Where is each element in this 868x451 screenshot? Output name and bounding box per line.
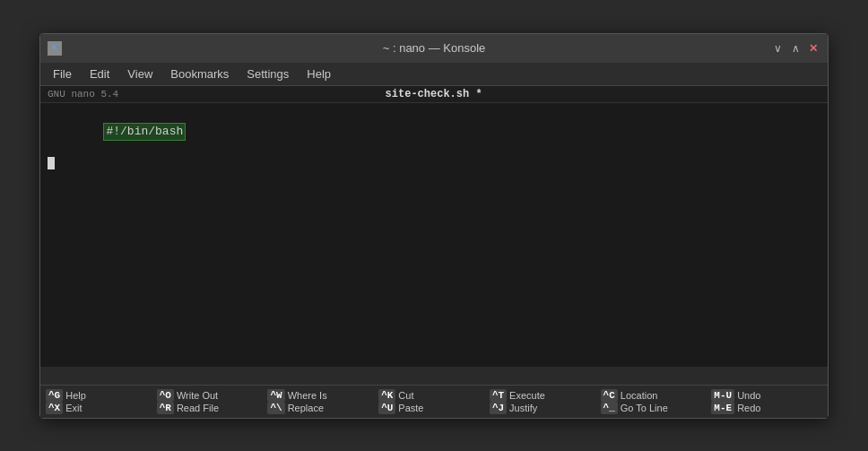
shortcut-key-c: ^C — [601, 389, 618, 402]
shortcut-exit: ^X Exit — [46, 402, 157, 414]
shortcut-key-r: ^R — [157, 402, 174, 414]
shortcut-replace: ^\ Replace — [267, 402, 378, 414]
shortcut-label-readfile: Read File — [177, 403, 219, 413]
shortcut-cut: ^K Cut — [378, 389, 490, 402]
status-bar — [40, 367, 828, 385]
menu-view[interactable]: View — [120, 65, 160, 82]
shortcut-label-undo: Undo — [737, 390, 760, 401]
shortcut-row-1: ^G Help ^O Write Out ^W Where Is ^K Cut … — [46, 389, 822, 402]
shortcut-execute: ^T Execute — [490, 389, 601, 402]
shortcut-label-replace: Replace — [288, 403, 324, 413]
konsole-window: K ~ : nano — Konsole ∨ ∧ ✕ File Edit Vie… — [39, 33, 829, 419]
shortcut-label-justify: Justify — [509, 403, 537, 413]
shortcut-label-whereis: Where Is — [288, 390, 327, 401]
menu-settings[interactable]: Settings — [239, 65, 296, 82]
highlighted-text: #!/bin/bash — [103, 123, 186, 141]
shortcut-writeout: ^O Write Out — [157, 389, 268, 402]
shortcut-location: ^C Location — [601, 389, 712, 402]
title-bar: K ~ : nano — Konsole ∨ ∧ ✕ — [40, 34, 828, 63]
shortcut-label-cut: Cut — [398, 390, 413, 401]
shortcut-paste: ^U Paste — [378, 402, 490, 414]
shortcut-key-j: ^J — [490, 402, 507, 414]
shortcut-gotoline: ^_ Go To Line — [601, 402, 712, 414]
shortcut-whereis: ^W Where Is — [267, 389, 378, 402]
menu-bookmarks[interactable]: Bookmarks — [163, 65, 236, 82]
text-cursor — [48, 157, 55, 169]
shortcut-redo: M-E Redo — [711, 402, 822, 414]
shortcut-key-u: ^U — [378, 402, 395, 414]
shortcut-key-t: ^T — [490, 389, 507, 402]
shortcut-readfile: ^R Read File — [157, 402, 268, 414]
shortcut-key-underscore: ^_ — [601, 402, 618, 414]
editor-area: GNU nano 5.4 site-check.sh * #!/bin/bash… — [40, 86, 828, 418]
menu-bar: File Edit View Bookmarks Settings Help — [40, 63, 828, 86]
window-title: ~ : nano — Konsole — [383, 41, 486, 55]
shortcut-key-w: ^W — [267, 389, 284, 402]
shortcut-label-exit: Exit — [65, 403, 82, 413]
menu-file[interactable]: File — [46, 65, 79, 82]
shortcut-key-k: ^K — [378, 389, 395, 402]
shortcut-key-mu: M-U — [711, 389, 734, 402]
maximize-button[interactable]: ∧ — [788, 41, 803, 56]
nano-filename: site-check.sh * — [118, 88, 749, 100]
shortcut-key-x: ^X — [46, 402, 63, 414]
shortcut-label-location: Location — [621, 390, 658, 401]
editor-line-1: #!/bin/bash — [48, 107, 820, 157]
shortcut-label-gotoline: Go To Line — [621, 403, 668, 413]
shortcut-justify: ^J Justify — [490, 402, 601, 414]
nano-header: GNU nano 5.4 site-check.sh * — [40, 86, 828, 103]
menu-help[interactable]: Help — [299, 65, 338, 82]
title-bar-left: K — [48, 41, 62, 56]
close-button[interactable]: ✕ — [806, 41, 820, 56]
shortcut-row-2: ^X Exit ^R Read File ^\ Replace ^U Paste… — [46, 402, 822, 414]
shortcut-bar: ^G Help ^O Write Out ^W Where Is ^K Cut … — [40, 385, 828, 418]
shortcut-label-paste: Paste — [398, 403, 423, 413]
shortcut-key-backslash: ^\ — [267, 402, 284, 414]
shortcut-key-g: ^G — [46, 389, 63, 402]
editor-cursor-line — [48, 157, 820, 169]
shortcut-undo: M-U Undo — [711, 389, 822, 402]
shortcut-label-execute: Execute — [509, 390, 545, 401]
title-bar-controls: ∨ ∧ ✕ — [770, 41, 820, 56]
shortcut-help: ^G Help — [46, 389, 157, 402]
app-icon: K — [48, 41, 62, 56]
shortcut-label-redo: Redo — [737, 403, 760, 413]
minimize-button[interactable]: ∨ — [770, 41, 785, 56]
nano-version: GNU nano 5.4 — [48, 89, 118, 100]
menu-edit[interactable]: Edit — [82, 65, 117, 82]
editor-content[interactable]: #!/bin/bash — [40, 103, 828, 367]
shortcut-label-writeout: Write Out — [177, 390, 218, 401]
shortcut-key-o: ^O — [157, 389, 174, 402]
shortcut-key-me: M-E — [711, 402, 734, 414]
shortcut-label-help: Help — [65, 390, 86, 401]
